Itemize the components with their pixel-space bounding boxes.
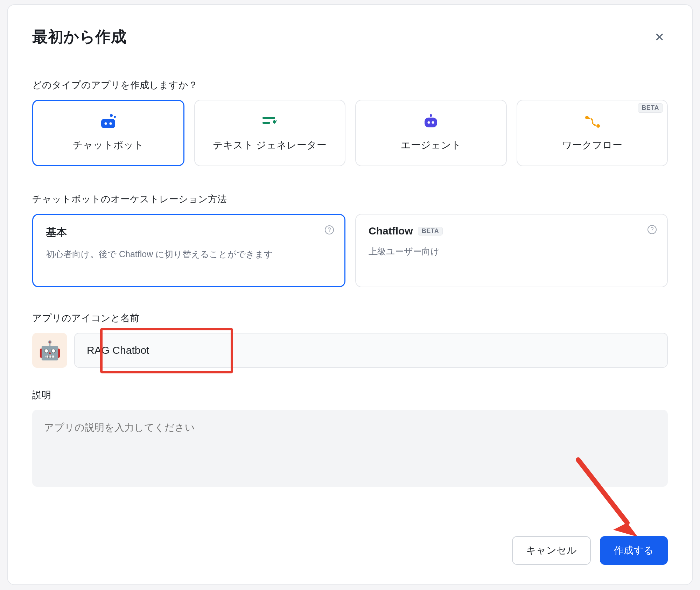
help-icon[interactable]: ?: [648, 225, 657, 234]
beta-badge: BETA: [418, 227, 443, 236]
app-description-input[interactable]: [32, 410, 668, 487]
dialog-footer: キャンセル 作成する: [512, 536, 668, 565]
create-button[interactable]: 作成する: [600, 536, 668, 565]
description-section-label: 説明: [32, 389, 668, 401]
type-label: テキスト ジェネレーター: [213, 139, 327, 152]
orch-title-text: Chatflow: [369, 225, 413, 237]
type-card-agent[interactable]: エージェント: [355, 100, 507, 166]
svg-point-3: [105, 122, 107, 125]
agent-icon: [420, 114, 441, 129]
help-icon[interactable]: ?: [325, 225, 334, 234]
svg-point-0: [110, 114, 113, 117]
svg-marker-14: [613, 523, 638, 537]
chatbot-icon: [98, 114, 119, 129]
text-generator-icon: [259, 114, 280, 129]
type-card-workflow[interactable]: BETA ワークフロー: [517, 100, 668, 166]
svg-rect-6: [262, 122, 270, 124]
svg-rect-2: [101, 119, 115, 128]
svg-point-9: [428, 121, 430, 124]
svg-rect-7: [430, 114, 432, 117]
orch-title: 基本: [46, 225, 332, 240]
app-type-row: チャットボット テキスト ジェネレーター エージェ: [32, 100, 668, 166]
workflow-icon: [582, 114, 603, 129]
svg-point-1: [114, 116, 116, 118]
name-row: 🤖: [32, 333, 668, 368]
svg-rect-8: [425, 118, 437, 127]
orch-desc: 上級ユーザー向け: [369, 244, 654, 259]
dialog-header: 最初から作成 ✕: [32, 27, 668, 47]
svg-point-4: [110, 122, 112, 125]
type-card-textgen[interactable]: テキスト ジェネレーター: [194, 100, 346, 166]
type-label: ワークフロー: [562, 139, 622, 152]
type-label: エージェント: [401, 139, 461, 152]
name-section-label: アプリのアイコンと名前: [32, 312, 668, 324]
app-type-label: どのタイプのアプリを作成しますか？: [32, 79, 668, 91]
orchestration-row: ? 基本 初心者向け。後で Chatflow に切り替えることができます ? C…: [32, 214, 668, 287]
orchestration-label: チャットボットのオーケストレーション方法: [32, 193, 668, 205]
orch-title: Chatflow BETA: [369, 225, 654, 237]
type-label: チャットボット: [73, 139, 144, 152]
type-card-chatbot[interactable]: チャットボット: [32, 100, 184, 166]
close-icon[interactable]: ✕: [651, 28, 668, 47]
beta-badge: BETA: [638, 103, 663, 113]
app-name-input[interactable]: [74, 333, 668, 368]
robot-icon: 🤖: [38, 340, 61, 361]
create-app-dialog: 最初から作成 ✕ どのタイプのアプリを作成しますか？ チャットボット: [7, 4, 693, 585]
dialog-title: 最初から作成: [32, 27, 126, 47]
cancel-button[interactable]: キャンセル: [512, 536, 591, 565]
orch-card-basic[interactable]: ? 基本 初心者向け。後で Chatflow に切り替えることができます: [32, 214, 345, 287]
orch-desc: 初心者向け。後で Chatflow に切り替えることができます: [46, 247, 332, 262]
svg-rect-5: [262, 117, 275, 119]
svg-point-12: [596, 124, 600, 128]
app-icon-picker[interactable]: 🤖: [32, 333, 67, 368]
svg-point-10: [432, 121, 434, 124]
orch-card-chatflow[interactable]: ? Chatflow BETA 上級ユーザー向け: [355, 214, 668, 287]
